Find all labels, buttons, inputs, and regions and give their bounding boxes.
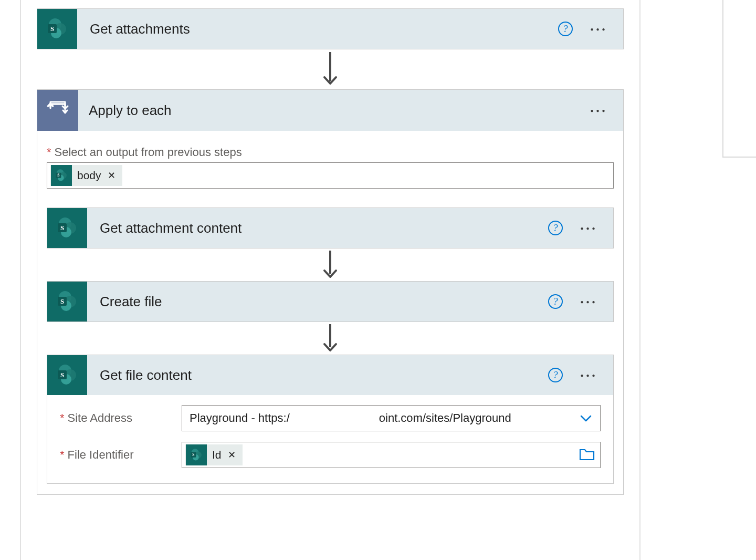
svg-text:S: S — [192, 452, 194, 457]
help-icon[interactable]: ? — [558, 22, 573, 36]
help-icon[interactable]: ? — [548, 368, 563, 382]
side-panel-edge — [722, 0, 756, 158]
chevron-down-icon — [579, 411, 593, 425]
action-controls: ? ●●● — [548, 221, 613, 235]
nested-actions: S Get attachment content ? ●●● — [47, 208, 614, 484]
connector-arrow — [37, 49, 624, 89]
loop-apply-to-each: Apply to each ●●● * Select an output fro… — [37, 89, 624, 495]
token-remove-icon[interactable]: ✕ — [227, 449, 237, 461]
required-star: * — [60, 448, 65, 462]
more-icon[interactable]: ●●● — [589, 108, 610, 113]
loop-header[interactable]: Apply to each ●●● — [37, 90, 623, 131]
help-icon[interactable]: ? — [548, 294, 563, 309]
param-label: * File Identifier — [60, 448, 182, 462]
action-header[interactable]: S Create file ? ●●● — [47, 282, 613, 322]
param-file-identifier: * File Identifier — [60, 441, 601, 469]
sharepoint-icon: S — [47, 355, 87, 395]
sharepoint-icon: S — [51, 165, 72, 186]
action-controls: ? ●●● — [548, 368, 613, 382]
loop-icon — [37, 90, 78, 131]
token-label: Id — [212, 449, 222, 461]
sharepoint-icon: S — [186, 444, 207, 465]
file-identifier-input[interactable]: S Id ✕ — [182, 442, 601, 468]
connector-arrow — [47, 322, 614, 355]
loop-controls: ●●● — [589, 108, 623, 113]
token-remove-icon[interactable]: ✕ — [107, 170, 117, 181]
param-site-address: * Site Address Playground - https:/ oint… — [60, 405, 601, 432]
svg-text:S: S — [60, 224, 64, 232]
action-header[interactable]: S Get file content ? ●●● — [47, 355, 613, 395]
select-output-input[interactable]: S body ✕ — [47, 162, 614, 189]
site-address-dropdown[interactable]: Playground - https:/ oint.com/sites/Play… — [182, 405, 601, 431]
loop-body: * Select an output from previous steps S — [37, 131, 623, 494]
action-create-file[interactable]: S Create file ? ●●● — [47, 281, 614, 322]
action-get-attachment-content[interactable]: S Get attachment content ? ●●● — [47, 208, 614, 248]
flow-canvas: S Get attachments ? ●●● — [20, 0, 640, 560]
action-header[interactable]: S Get attachment content ? ●●● — [47, 208, 613, 248]
svg-text:S: S — [57, 173, 59, 178]
action-body: * Site Address Playground - https:/ oint… — [47, 395, 613, 483]
token-label: body — [77, 169, 101, 182]
dropdown-value: Playground - https:/ oint.com/sites/Play… — [190, 411, 511, 425]
param-label-text: Site Address — [68, 411, 133, 425]
action-title: Get file content — [87, 367, 548, 383]
action-title: Create file — [87, 294, 548, 310]
help-icon[interactable]: ? — [548, 221, 563, 235]
sharepoint-icon: S — [37, 9, 77, 49]
action-title: Get attachments — [77, 21, 558, 37]
token-id[interactable]: S Id ✕ — [185, 444, 243, 465]
more-icon[interactable]: ●●● — [579, 225, 600, 231]
action-get-attachments[interactable]: S Get attachments ? ●●● — [37, 8, 624, 49]
folder-picker-icon[interactable] — [579, 449, 595, 461]
loop-title: Apply to each — [78, 102, 589, 119]
required-star: * — [47, 146, 51, 159]
connector-arrow — [47, 248, 614, 281]
required-star: * — [60, 411, 65, 425]
svg-text:S: S — [60, 371, 64, 379]
action-header[interactable]: S Get attachments ? ●●● — [37, 9, 623, 49]
param-select-output: * Select an output from previous steps S — [47, 146, 614, 189]
action-get-file-content: S Get file content ? ●●● * — [47, 355, 614, 484]
sharepoint-icon: S — [47, 282, 87, 322]
param-label-text: File Identifier — [68, 448, 134, 462]
svg-text:S: S — [60, 297, 64, 305]
action-title: Get attachment content — [87, 220, 548, 236]
token-body[interactable]: S body ✕ — [50, 165, 122, 186]
more-icon[interactable]: ●●● — [589, 26, 610, 32]
sharepoint-icon: S — [47, 208, 87, 248]
param-label-text: Select an output from previous steps — [55, 146, 242, 159]
param-label: * Site Address — [60, 411, 182, 425]
param-label: * Select an output from previous steps — [47, 146, 614, 159]
more-icon[interactable]: ●●● — [579, 299, 600, 305]
more-icon[interactable]: ●●● — [579, 372, 600, 378]
action-controls: ? ●●● — [548, 294, 613, 309]
svg-text:S: S — [50, 25, 54, 33]
action-controls: ? ●●● — [558, 22, 623, 36]
